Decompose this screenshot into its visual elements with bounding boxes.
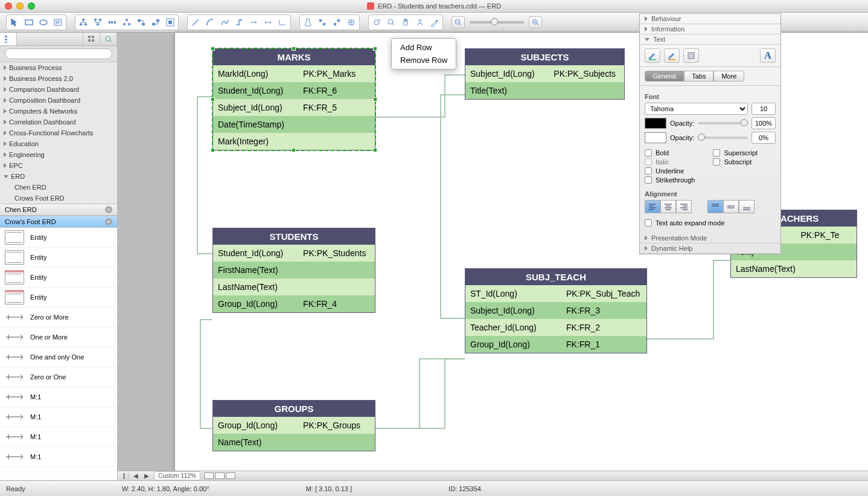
erd-row[interactable]: Teacher_Id(Long)FK:FR_2 [465, 319, 646, 336]
layout-tool-7[interactable] [164, 16, 177, 28]
context-menu-remove-row[interactable]: Remove Row [392, 54, 456, 66]
inspector-tab-general[interactable]: General [645, 71, 684, 82]
highlight-color-icon[interactable] [664, 48, 680, 63]
action-tool-4[interactable] [345, 16, 358, 28]
spline-tool[interactable] [218, 16, 231, 28]
inspector-section-behaviour[interactable]: Behaviour [640, 14, 780, 24]
stencil-item[interactable]: M:1 [0, 387, 117, 407]
align-right-button[interactable] [676, 200, 692, 213]
action-tool-2[interactable] [316, 16, 329, 28]
sidebar-tab-search[interactable] [100, 33, 117, 45]
erd-row[interactable]: Group_Id(Long)FK:FR_4 [213, 295, 375, 312]
horizontal-scroll-bar[interactable]: ‖ ◀▶ Custom 112% [118, 471, 868, 480]
sidebar-category[interactable]: Composition Dashboard [0, 95, 117, 106]
person-tool[interactable] [413, 16, 427, 28]
erd-row[interactable]: MarkId(Long)PK:PK_Marks [213, 65, 375, 82]
erd-row[interactable]: Student_Id(Long)PK:PK_Students [213, 245, 375, 262]
ellipse-tool[interactable] [37, 16, 50, 28]
font-size-input[interactable] [752, 103, 776, 115]
fill-opacity-slider[interactable] [698, 122, 748, 124]
sidebar-category[interactable]: Education [0, 138, 117, 149]
sidebar-search-input[interactable] [5, 48, 112, 59]
sidebar-tab-grid[interactable] [83, 33, 100, 45]
erd-row[interactable]: Subject_Id(Long)FK:FR_3 [465, 302, 646, 319]
subscript-checkbox[interactable] [713, 158, 720, 166]
sidebar-category[interactable]: Business Process [0, 62, 117, 73]
erd-row[interactable]: LastName(Text) [731, 260, 857, 277]
hand-tool[interactable] [399, 16, 412, 28]
smart-connector-tool[interactable] [232, 16, 246, 28]
fill-color-icon[interactable] [683, 48, 699, 63]
sidebar-category[interactable]: Engineering [0, 149, 117, 160]
inspector-section-presentation[interactable]: Presentation Mode [640, 233, 780, 243]
stencil-item[interactable]: Entity [0, 268, 117, 288]
stencil-item[interactable]: M:1 [0, 407, 117, 427]
pointer-tool[interactable] [8, 16, 21, 28]
sidebar-category[interactable]: Correlation Dashboard [0, 117, 117, 127]
stencil-item[interactable]: Entity [0, 288, 117, 308]
zoom-in-button[interactable] [529, 16, 542, 28]
connector-tool-5[interactable] [247, 16, 260, 28]
stencil-list[interactable]: EntityEntityEntityEntityZero or MoreOne … [0, 228, 117, 480]
inspector-section-help[interactable]: Dynamic Help [640, 243, 780, 254]
sidebar-subcategory[interactable]: Chen ERD [0, 182, 117, 193]
fill-swatch[interactable] [645, 118, 666, 129]
superscript-checkbox[interactable] [713, 149, 720, 156]
tree-tool[interactable] [77, 16, 90, 28]
stencil-tab[interactable]: Chen ERD× [0, 204, 117, 216]
chain-tool[interactable] [91, 16, 104, 28]
erd-row[interactable]: Group_Id(Long)PK:PK_Groups [213, 417, 375, 434]
erd-row[interactable]: Name(Text) [213, 434, 375, 451]
erd-table-students[interactable]: STUDENTS Student_Id(Long)PK:PK_StudentsF… [212, 228, 375, 313]
valign-bottom-button[interactable] [739, 200, 755, 213]
arc-tool[interactable] [203, 16, 217, 28]
erd-row[interactable]: FirstName(Text) [213, 262, 375, 279]
close-icon[interactable]: × [105, 218, 112, 225]
erd-row[interactable]: Student_Id(Long)FK:FR_6 [213, 82, 375, 99]
erd-table-groups[interactable]: GROUPS Group_Id(Long)PK:PK_GroupsName(Te… [212, 400, 375, 451]
sidebar-category[interactable]: EPC [0, 160, 117, 171]
layout-tool-6[interactable] [149, 16, 162, 28]
stencil-item[interactable]: M:1 [0, 427, 117, 447]
action-tool-3[interactable] [330, 16, 343, 28]
bold-checkbox[interactable] [645, 149, 652, 156]
zoom-readout[interactable]: Custom 112% [154, 471, 200, 480]
sidebar-category[interactable]: Cross-Functional Flowcharts [0, 127, 117, 138]
minimize-window-button[interactable] [16, 2, 24, 10]
layout-tool-5[interactable] [135, 16, 148, 28]
inspector-section-information[interactable]: Information [640, 24, 780, 34]
italic-checkbox[interactable] [645, 158, 652, 166]
stencil-item[interactable]: Entity [0, 248, 117, 268]
stencil-item[interactable]: Zero or More [0, 308, 117, 327]
layout-tool-4[interactable] [120, 16, 133, 28]
line-tool[interactable] [189, 16, 202, 28]
stencil-item[interactable]: Zero or One [0, 367, 117, 387]
sidebar-category[interactable]: Business Process 2,0 [0, 73, 117, 84]
zoom-fit-icon[interactable] [385, 16, 398, 28]
valign-top-button[interactable] [707, 200, 723, 213]
erd-row[interactable]: Title(Text) [465, 82, 624, 99]
sidebar-category[interactable]: Comparison Dashboard [0, 84, 117, 95]
erd-row[interactable]: ST_Id(Long)PK:PK_Subj_Teach [465, 285, 646, 302]
context-menu-add-row[interactable]: Add Row [392, 41, 456, 54]
strike-checkbox[interactable] [645, 176, 652, 184]
inspector-section-text[interactable]: Text [640, 34, 780, 45]
align-left-button[interactable] [645, 200, 660, 213]
erd-row[interactable]: Date(TimeStamp) [213, 116, 375, 133]
rect-tool[interactable] [22, 16, 36, 28]
inspector-tab-tabs[interactable]: Tabs [684, 71, 713, 82]
zoom-window-button[interactable] [28, 2, 35, 10]
sidebar-category[interactable]: ERD [0, 171, 117, 182]
sidebar-tab-tree[interactable] [0, 33, 17, 45]
text-tool[interactable] [51, 16, 65, 28]
erd-row[interactable]: Mark(Integer) [213, 133, 375, 150]
sidebar-subcategory[interactable]: Crows Foot ERD [0, 193, 117, 204]
font-icon[interactable]: A [760, 48, 776, 63]
stroke-opacity-slider[interactable] [698, 137, 748, 139]
eyedropper-tool[interactable] [428, 16, 441, 28]
stroke-swatch[interactable] [645, 132, 666, 143]
erd-table-marks[interactable]: MARKS MarkId(Long)PK:PK_MarksStudent_Id(… [212, 48, 375, 150]
fill-opacity-value[interactable] [752, 117, 776, 129]
stroke-opacity-value[interactable] [752, 132, 776, 144]
page-thumbnails[interactable] [204, 472, 235, 479]
